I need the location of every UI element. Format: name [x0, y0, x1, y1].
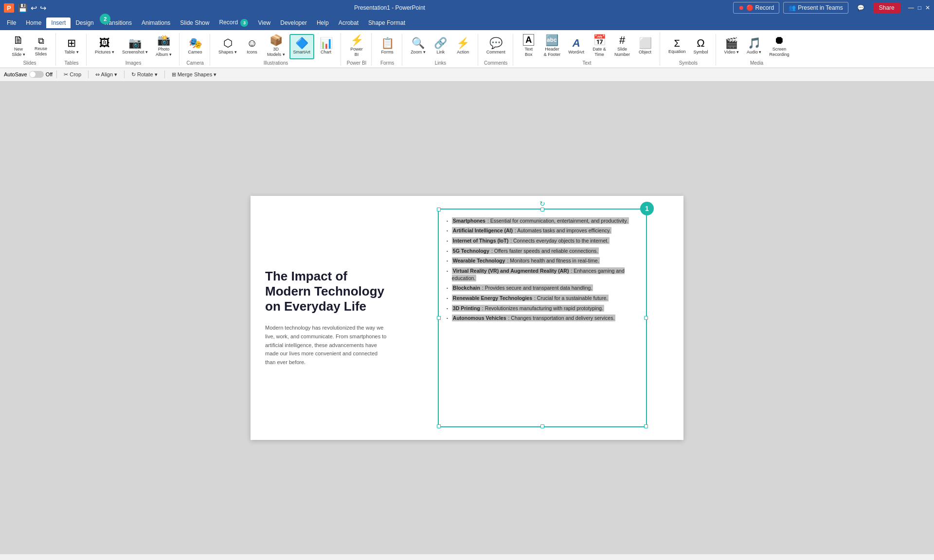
ribbon-group-text: A TextBox 🔤 Header& Footer A WordArt 📅 D… [514, 32, 660, 66]
ribbon-btn-cameo[interactable]: 🎭 Cameo [184, 34, 206, 59]
text-box-label: TextBox [524, 47, 533, 57]
ribbon-btn-powerbi[interactable]: ⚡ PowerBI [346, 33, 367, 59]
text-box-selected[interactable]: 1 ↻ • Smartpho [438, 209, 647, 427]
slide-body: Modern technology has revolutionized the… [265, 324, 387, 367]
ribbon-btn-shapes[interactable]: ⬡ Shapes ▾ [215, 34, 240, 59]
tables-group-label: Tables [65, 60, 79, 66]
chart-icon: 📊 [320, 38, 333, 49]
handle-top-mid[interactable] [540, 208, 544, 211]
handle-top-left[interactable] [437, 208, 441, 211]
handle-bot-left[interactable] [437, 424, 441, 428]
ribbon-btn-icons[interactable]: ☺ Icons [241, 34, 263, 59]
menu-item-record[interactable]: Record 3 [214, 17, 253, 29]
close-button[interactable]: ✕ [925, 4, 930, 11]
powerbi-icon: ⚡ [350, 35, 363, 46]
ribbon-btn-chart[interactable]: 📊 Chart [315, 34, 337, 59]
ribbon-btn-video[interactable]: 🎬 Video ▾ [721, 34, 742, 59]
align-tool[interactable]: ⇔ Align ▾ [92, 70, 120, 79]
new-slide-icon: 🗎 [13, 35, 24, 46]
3d-models-icon: 📦 [269, 35, 283, 46]
rotate-handle[interactable]: ↻ [539, 200, 545, 208]
merge-shapes-tool[interactable]: ⊞ Merge Shapes ▾ [169, 70, 220, 79]
video-label: Video ▾ [724, 50, 739, 55]
ribbon-btn-screen-recording[interactable]: ⏺ ScreenRecording [766, 33, 792, 59]
ribbon-btn-header-footer[interactable]: 🔤 Header& Footer [540, 33, 564, 59]
ribbon-btn-link[interactable]: 🔗 Link [430, 34, 451, 59]
ribbon-btn-date-time[interactable]: 📅 Date &Time [589, 33, 610, 59]
menu-item-acrobat[interactable]: Acrobat [334, 18, 363, 28]
menu-item-help[interactable]: Help [312, 18, 334, 28]
menu-item-file[interactable]: File [2, 18, 21, 28]
menu-item-home[interactable]: Home [21, 18, 46, 28]
powerbi-label: PowerBI [350, 47, 363, 57]
autosave-toggle: AutoSave Off [4, 71, 53, 78]
handle-bot-mid[interactable] [540, 424, 544, 428]
slide-title: The Impact of Modern Technology on Every… [265, 269, 387, 315]
bullet-dot: • [447, 306, 448, 311]
ribbon-btn-text-box[interactable]: A TextBox [518, 32, 539, 59]
ribbon-btn-wordart[interactable]: A WordArt [565, 34, 588, 59]
object-icon: ⬜ [639, 38, 652, 49]
ribbon-btn-new-slide[interactable]: 🗎 NewSlide ▾ [8, 33, 29, 59]
shapes-label: Shapes ▾ [218, 50, 237, 55]
menu-item-shapeformat[interactable]: Shape Format [363, 18, 410, 28]
step-badge-3: 3 [240, 19, 248, 27]
share-button[interactable]: Share [873, 2, 900, 13]
ribbon-btn-pictures[interactable]: 🖼 Pictures ▾ [91, 34, 118, 59]
ribbon-btn-action[interactable]: ⚡ Action [452, 34, 474, 59]
menu-item-insert[interactable]: Insert 2 [46, 18, 71, 28]
comments-button[interactable]: 💬 [852, 2, 869, 13]
handle-bot-right[interactable] [644, 424, 648, 428]
rotate-tool[interactable]: ↻ Rotate ▾ [128, 70, 161, 79]
ribbon-btn-slide-number[interactable]: # SlideNumber [611, 33, 633, 59]
ribbon-btn-symbol[interactable]: Ω Symbol [690, 34, 712, 59]
autosave-toggle-knob[interactable] [29, 71, 44, 78]
ribbon-btn-object[interactable]: ⬜ Object [634, 34, 656, 59]
ribbon-btn-screenshot[interactable]: 📷 Screenshot ▾ [119, 34, 151, 59]
menu-item-developer[interactable]: Developer [275, 18, 312, 28]
ribbon: 🗎 NewSlide ▾ ⧉ ReuseSlides Slides ⊞ Tabl… [0, 30, 934, 68]
icons-icon: ☺ [247, 38, 257, 49]
list-item: • Wearable Technology: Monitors health a… [447, 257, 638, 264]
maximize-button[interactable]: □ [918, 4, 921, 11]
record-button[interactable]: ⏺ 🔴 Record [733, 2, 779, 14]
slide-left-panel: The Impact of Modern Technology on Every… [251, 196, 401, 440]
ribbon-btn-equation[interactable]: Σ Equation [665, 34, 689, 59]
screen-recording-label: ScreenRecording [769, 47, 789, 57]
video-icon: 🎬 [725, 38, 738, 49]
ribbon-btn-photo-album[interactable]: 📸 PhotoAlbum ▾ [152, 33, 175, 59]
ribbon-btn-table[interactable]: ⊞ Table ▾ [61, 34, 82, 59]
ribbon-btn-reuse-slides[interactable]: ⧉ ReuseSlides [30, 34, 52, 59]
audio-label: Audio ▾ [747, 50, 762, 55]
handle-mid-left[interactable] [437, 316, 441, 320]
menu-item-slideshow[interactable]: Slide Show [175, 18, 214, 28]
table-label: Table ▾ [64, 50, 78, 55]
action-label: Action [457, 50, 469, 55]
ribbon-btn-3d-models[interactable]: 📦 3DModels ▾ [264, 33, 288, 59]
action-icon: ⚡ [456, 38, 469, 49]
icons-label: Icons [247, 50, 257, 55]
minimize-button[interactable]: — [908, 4, 914, 11]
menu-item-animations[interactable]: Animations [137, 18, 175, 28]
autosave-label: AutoSave [4, 71, 27, 77]
list-item: • 5G Technology: Offers faster speeds an… [447, 247, 638, 255]
forms-label: Forms [381, 50, 394, 55]
menu-item-view[interactable]: View [253, 18, 275, 28]
ribbon-group-comments: 💬 Comment Comments [479, 34, 513, 66]
autosave-state: Off [46, 71, 53, 77]
zoom-icon: 🔍 [412, 38, 425, 49]
ribbon-btn-audio[interactable]: 🎵 Audio ▾ [743, 34, 765, 59]
crop-tool[interactable]: ✂ Crop [61, 70, 84, 79]
menu-item-design[interactable]: Design [71, 18, 98, 28]
canvas-area: The Impact of Modern Technology on Every… [0, 82, 934, 554]
ribbon-btn-comment[interactable]: 💬 Comment [483, 34, 509, 59]
handle-mid-right[interactable] [644, 316, 648, 320]
app-icon: P [4, 3, 14, 13]
ribbon-btn-smartart[interactable]: 🔷 SmartArt [289, 34, 315, 59]
toolbar-separator-4 [164, 70, 165, 78]
ribbon-btn-forms[interactable]: 📋 Forms [377, 34, 398, 59]
ribbon-btn-zoom[interactable]: 🔍 Zoom ▾ [407, 34, 429, 59]
chart-label: Chart [321, 50, 331, 55]
reuse-slides-icon: ⧉ [38, 36, 44, 45]
present-teams-button[interactable]: 👥 Present in Teams [783, 2, 848, 14]
